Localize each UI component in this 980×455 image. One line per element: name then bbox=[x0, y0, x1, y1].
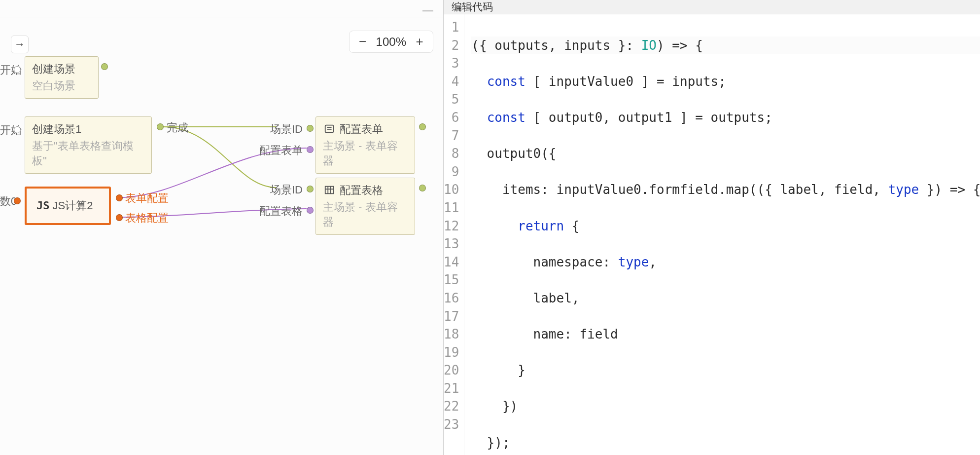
port-dot[interactable] bbox=[116, 214, 123, 221]
node-create-scene1[interactable]: 创建场景1 基于"表单表格查询模板" bbox=[25, 116, 152, 174]
port-dot[interactable] bbox=[116, 194, 123, 201]
table-icon bbox=[323, 185, 336, 195]
zoom-level: 100% bbox=[376, 35, 406, 49]
code-editor[interactable]: 1234567891011121314151617181920212223 ({… bbox=[444, 14, 980, 455]
port-dot[interactable] bbox=[14, 66, 21, 73]
port-label-table-config: 表格配置 bbox=[125, 211, 169, 226]
node-title: JS计算2 bbox=[53, 199, 93, 212]
port-label-done: 完成 bbox=[167, 120, 188, 135]
code-lines[interactable]: ({ outputs, inputs }: IO) => { const [ i… bbox=[464, 14, 980, 455]
svg-rect-3 bbox=[325, 187, 334, 194]
editor-title: 编辑代码 bbox=[444, 0, 980, 14]
port-label-scene-id: 场景ID bbox=[270, 122, 303, 137]
minimize-button[interactable]: — bbox=[422, 4, 433, 17]
node-title: 配置表单 bbox=[323, 122, 408, 137]
code-editor-pane: 编辑代码 12345678910111213141516171819202122… bbox=[444, 0, 980, 455]
port-label-config-form: 配置表单 bbox=[259, 143, 303, 158]
node-subtitle: 基于"表单表格查询模板" bbox=[32, 139, 144, 168]
js-icon: JS bbox=[36, 199, 50, 212]
port-dot[interactable] bbox=[419, 185, 426, 191]
port-label-config-table: 配置表格 bbox=[259, 204, 303, 219]
zoom-out-button[interactable]: − bbox=[358, 34, 367, 49]
node-subtitle: 主场景 - 表单容器 bbox=[323, 139, 408, 168]
line-number-gutter: 1234567891011121314151617181920212223 bbox=[444, 14, 464, 455]
port-dot[interactable] bbox=[101, 63, 108, 70]
port-dot[interactable] bbox=[14, 126, 21, 133]
port-dot[interactable] bbox=[307, 125, 314, 132]
node-subtitle: 空白场景 bbox=[32, 78, 91, 93]
zoom-control: − 100% + bbox=[349, 31, 433, 53]
node-config-table[interactable]: 配置表格 主场景 - 表单容器 bbox=[315, 178, 415, 235]
port-dot[interactable] bbox=[419, 123, 426, 130]
port-dot[interactable] bbox=[157, 123, 164, 130]
node-create-scene[interactable]: 创建场景 空白场景 bbox=[25, 56, 99, 99]
flow-canvas[interactable]: — → − 100% + 开始 开始 数0 创建场景 空白场景 bbox=[0, 0, 444, 455]
node-title: 创建场景 bbox=[32, 62, 91, 76]
node-title: 配置表格 bbox=[323, 183, 408, 198]
port-dot[interactable] bbox=[307, 207, 314, 214]
port-dot[interactable] bbox=[14, 197, 21, 204]
node-subtitle: 主场景 - 表单容器 bbox=[323, 200, 408, 229]
node-title: 创建场景1 bbox=[32, 122, 144, 137]
port-label-scene-id: 场景ID bbox=[270, 183, 303, 197]
zoom-in-button[interactable]: + bbox=[415, 34, 424, 49]
node-js-compute2[interactable]: JSJS计算2 bbox=[25, 187, 111, 225]
node-config-form[interactable]: 配置表单 主场景 - 表单容器 bbox=[315, 116, 415, 174]
port-dot[interactable] bbox=[307, 186, 314, 192]
port-dot[interactable] bbox=[307, 146, 314, 153]
collapse-arrow-button[interactable]: → bbox=[11, 36, 29, 53]
form-icon bbox=[323, 123, 336, 134]
port-label-form-config: 表单配置 bbox=[125, 191, 169, 206]
